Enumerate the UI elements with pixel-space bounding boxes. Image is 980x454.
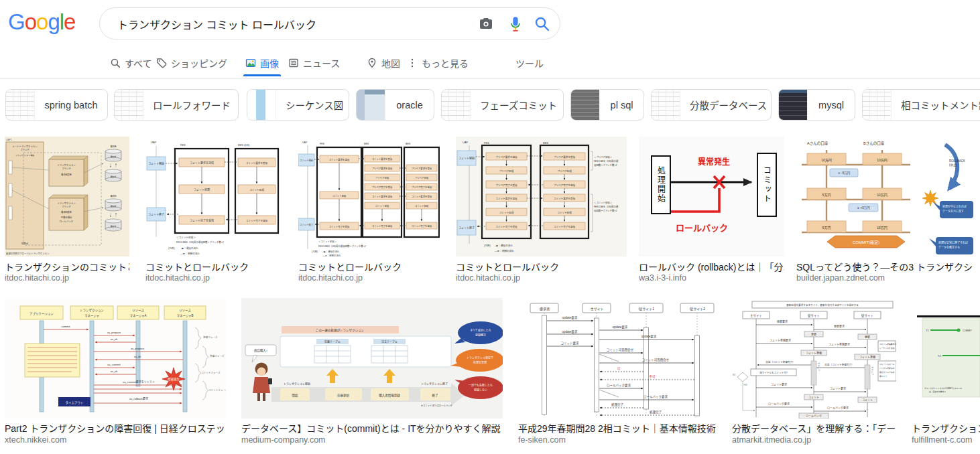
svg-text:xa_rollback要求: xa_rollback要求 [129, 396, 148, 400]
svg-text:バックも可能な状: バックも可能な状 [879, 367, 895, 370]
svg-text:コミットフェーズ: コミットフェーズ [208, 388, 226, 392]
image-result[interactable]: UAP FES BES BES コミット開始 コミット終了 コミット要求を送信 … [298, 137, 440, 256]
svg-text:プリペア完了を送信: プリペア完了を送信 [554, 183, 576, 187]
svg-text:ブランチ: ブランチ [62, 167, 71, 170]
tab-news[interactable]: ニュース [288, 56, 340, 70]
result-title[interactable]: トランザクションのコミットと... [5, 260, 129, 273]
svg-text:この一連の処理がトランザクション: この一連の処理がトランザクション [316, 328, 364, 333]
svg-text:コミット要求を受信: コミット要求を受信 [372, 157, 393, 161]
chip-distributed-database[interactable]: 分散データベース [651, 89, 772, 121]
svg-text:ROLLBACK: ROLLBACK [949, 159, 965, 163]
image-result[interactable]: UAP FES BES (DS) コミット開始 コミット終了 コミット要求を送信… [145, 137, 282, 256]
chip-spring-batch[interactable]: spring batch [5, 89, 108, 121]
svg-text:トランザクション開始: トランザクション開始 [15, 154, 34, 157]
search-input[interactable]: トランザクション コミット ロールバック [99, 7, 560, 40]
svg-text:更新: 更新 [811, 332, 816, 336]
chip-rollforward[interactable]: ロールフォワード [114, 89, 239, 121]
svg-text::要求者: :要求者 [539, 307, 550, 311]
result-title[interactable]: コミットとロールバック [456, 260, 627, 273]
commit-box: コミット [757, 153, 777, 217]
svg-text:登録確定: 登録確定 [475, 333, 486, 337]
svg-text:コミット処理: コミット処理 [375, 204, 389, 208]
magnifier-icon [534, 16, 550, 32]
svg-text:購入者情報登録: 購入者情報登録 [379, 393, 400, 398]
svg-text:xa_ok: xa_ok [134, 355, 141, 358]
result-title[interactable]: コミットとロールバック [145, 260, 282, 273]
tab-images[interactable]: 画像 [245, 56, 279, 70]
search-query-text[interactable]: トランザクション コミット ロールバック [117, 16, 316, 32]
logo-letter: e [64, 9, 75, 34]
result-domain: itdoc.hitachi.co.jp [145, 273, 282, 283]
svg-text:15万円: 15万円 [877, 226, 887, 230]
image-result[interactable]: アプリケーション トランザクション マネージャ リソース マネージャA リソース… [5, 298, 226, 419]
result-title[interactable]: ロールバック (rollback)とは｜「分... [639, 260, 784, 273]
image-result[interactable]: 更新処理を要求する主サイト、更新を実行する従サイトを設定する 主サイト 従サイト… [732, 298, 896, 419]
more-vertical-icon [407, 58, 418, 68]
voice-search-icon[interactable] [507, 16, 524, 32]
svg-text:セキュア: セキュア [817, 362, 820, 372]
result-title[interactable]: Part2 トランザクションの障害回復 | 日経クロステック（... [5, 421, 226, 435]
camera-search-icon[interactable] [478, 16, 494, 32]
image-result[interactable]: T1 COMMIT T2 チェックポイントまでにCOMMITされていれ ば、回復… [912, 298, 980, 419]
svg-text:商品購入♪: 商品購入♪ [254, 348, 267, 353]
result-title[interactable]: SQLってどう使う？—その3 トランザクショ... [796, 260, 973, 273]
svg-text:プリペア完了を送信: プリペア完了を送信 [412, 185, 432, 189]
result-domain: wa3.i-3-i.info [639, 273, 784, 283]
result-domain: itdoc.hitachi.co.jp [5, 273, 129, 283]
result-domain: atmarkit.itmedia.co.jp [732, 435, 896, 445]
result-title[interactable]: 平成29年春期問28 2相コミット｜基本情報技術者試... [518, 421, 716, 435]
svg-text:コミット要求を送信: コミット要求を送信 [495, 197, 517, 200]
result-title[interactable]: トランザクション [912, 421, 980, 435]
image-result[interactable]: :要求者 :主サイト :従サイト1 :従サイト2 update要求 update… [518, 298, 716, 419]
tools-button[interactable]: ツール [515, 56, 544, 70]
image-result[interactable]: この一連の処理がトランザクション 在庫テーブル 注文テーブル トランザクション開… [241, 298, 503, 419]
svg-text:準備フェーズ: 準備フェーズ [203, 335, 218, 339]
distributed-database-sequence-diagram: 更新処理を要求する主サイト、更新を実行する従サイトを設定する 主サイト 従サイト… [732, 298, 896, 419]
chip-phase-commit[interactable]: フェーズコミット [441, 89, 564, 121]
chip-thumbnail [357, 90, 385, 120]
svg-text:ロールバック要求: ロールバック要求 [644, 394, 668, 399]
result-title[interactable]: データベース】コミット(commit)とは - ITを分かりやすく解説 [241, 421, 503, 435]
image-result[interactable]: 処理開始 コミット 異常発生 ロールバック [639, 137, 784, 256]
result-title[interactable]: コミットとロールバック [298, 260, 440, 273]
svg-text:主サイト: 主サイト [750, 313, 762, 318]
chip-sequence-diagram[interactable]: シーケンス図 [247, 89, 349, 121]
google-logo[interactable]: Google [8, 9, 75, 35]
chip-mysql[interactable]: mysql [778, 89, 855, 121]
logo-letter: G [8, 9, 25, 34]
image-result[interactable]: Aさんの口座 Bさんの口座 10万円 10万円 ① -5万円 5万円 10万円 … [796, 137, 973, 256]
svg-text:BES (DS): BES (DS) [238, 143, 250, 147]
svg-text:更新前: 更新前 [111, 205, 117, 208]
chip-pl-sql[interactable]: pl sql [570, 89, 644, 121]
map-pin-icon [367, 58, 377, 68]
svg-text:Aさんの口座: Aさんの口座 [807, 141, 829, 146]
svg-text:コミット準備要求: コミット準備要求 [829, 342, 850, 346]
result-title[interactable]: 分散データベース」を理解する：「データ... [732, 421, 896, 435]
prepare-commit-flow-diagram: UAP FES BES コミット開始 コミット終了 プリペア要求を送信 プリペア… [456, 137, 627, 256]
svg-text:トランザクション開始: トランザクション開始 [284, 382, 310, 386]
svg-text:コミット準備: コミット準備 [859, 355, 875, 359]
tab-all[interactable]: すべて [110, 56, 151, 70]
chip-label: oracle [385, 100, 434, 110]
svg-text:更新前: 更新前 [111, 155, 117, 158]
search-submit-icon[interactable] [534, 16, 550, 32]
svg-text:FES: FES [180, 143, 186, 147]
chip-commitment-control[interactable]: 相コミットメント制 [862, 89, 980, 121]
tab-shopping[interactable]: ショッピング [156, 56, 227, 70]
result-domain: fe-siken.com [518, 435, 716, 445]
svg-text:プリペア処理: プリペア処理 [499, 169, 514, 173]
svg-text:プリペア要求を受信: プリペア要求を受信 [412, 167, 432, 170]
tools-label: ツール [515, 56, 544, 70]
tab-label: 画像 [260, 56, 279, 70]
svg-text:YES: YES [743, 384, 747, 386]
tab-maps[interactable]: 地図 [367, 56, 400, 70]
svg-text:NO: NO [733, 374, 736, 376]
tab-more[interactable]: もっと見る [407, 56, 469, 70]
result-domain: fulfillment-c.com [912, 435, 980, 445]
svg-text:資源B: 資源B [110, 194, 117, 198]
image-result[interactable]: UAP FES BES コミット開始 コミット終了 プリペア要求を送信 プリペア… [456, 137, 627, 256]
svg-text:(凡例): (凡例) [312, 250, 318, 253]
chip-oracle[interactable]: oracle [356, 89, 434, 121]
image-result[interactable]: UAP1 ルートトランザクション ブランチ トランザクション開始 同期点 トラン… [5, 137, 129, 256]
svg-text:終了: 終了 [432, 393, 438, 398]
